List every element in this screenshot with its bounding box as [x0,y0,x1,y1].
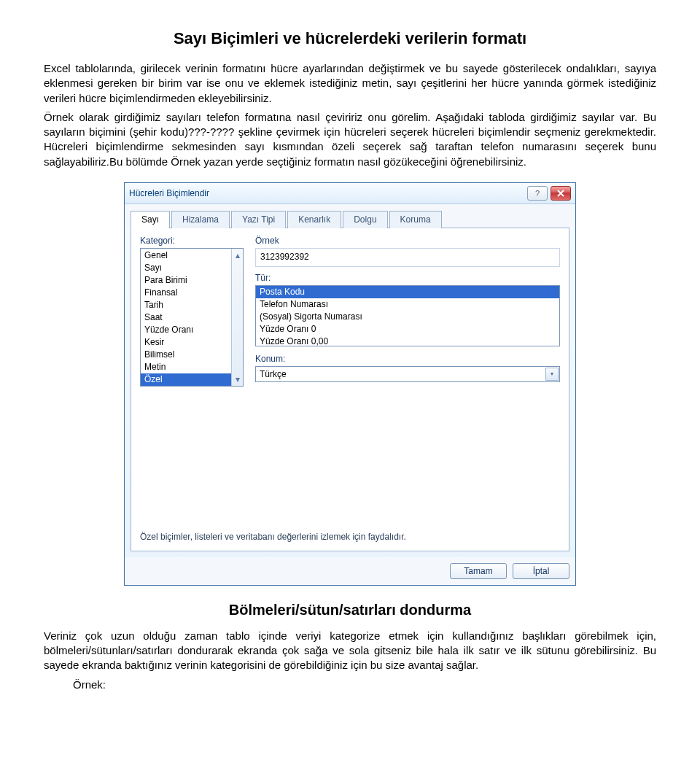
scrollbar[interactable]: ▴ ▾ [231,249,243,386]
body-paragraph: Veriniz çok uzun olduğu zaman tablo için… [44,629,656,673]
tab-border[interactable]: Kenarlık [287,211,341,228]
list-item[interactable]: Genel [141,249,243,262]
chevron-down-icon[interactable]: ▾ [545,368,559,381]
list-item[interactable]: Posta Kodu [256,286,559,298]
locale-combobox[interactable]: Türkçe ▾ [255,366,560,382]
sample-value: 3123992392 [255,248,560,267]
list-item[interactable]: Sayı [141,262,243,274]
category-listbox[interactable]: Genel Sayı Para Birimi Finansal Tarih Sa… [140,248,244,387]
section-heading: Bölmeleri/sütun/satırları dondurma [44,602,656,618]
category-group: Kategori: Genel Sayı Para Birimi Finansa… [140,236,244,387]
help-button[interactable]: ? [527,186,548,201]
chevron-down-icon: ▾ [236,374,240,384]
format-cells-dialog: Hücreleri Biçimlendir ? Sayı Hizalama Ya… [124,182,576,586]
close-button[interactable] [551,186,571,201]
category-label: Kategori: [140,236,244,246]
list-item[interactable]: (Sosyal) Sigorta Numarası [256,311,559,323]
tab-number[interactable]: Sayı [131,211,170,228]
right-column: Örnek 3123992392 Tür: Posta Kodu Telefon… [255,236,560,387]
chevron-up-icon: ▴ [236,250,240,260]
list-item[interactable]: Yüzde Oranı [141,324,243,336]
list-item[interactable]: Kesir [141,336,243,349]
body-paragraph: Örnek olarak girdiğimiz sayıları telefon… [44,110,656,169]
description-text: Özel biçimler, listeleri ve veritabanı d… [140,503,560,542]
list-item[interactable]: Saat [141,311,243,324]
list-item[interactable]: Telefon Numarası [256,298,559,311]
close-icon [557,190,564,197]
cancel-button[interactable]: İptal [513,563,569,579]
type-listbox[interactable]: Posta Kodu Telefon Numarası (Sosyal) Sig… [255,285,560,346]
list-item[interactable]: İsteğe Uyarlanmış [141,386,243,387]
list-item[interactable]: Yüzde Oranı 0,00 [256,335,559,346]
locale-value: Türkçe [255,366,560,382]
list-item[interactable]: Para Birimi [141,274,243,287]
list-item[interactable]: Tarih [141,299,243,311]
list-item[interactable]: Finansal [141,287,243,299]
type-label: Tür: [255,273,560,283]
dialog-titlebar[interactable]: Hücreleri Biçimlendir ? [125,183,575,204]
tab-panel-number: Kategori: Genel Sayı Para Birimi Finansa… [131,228,569,551]
sample-label: Örnek [255,236,560,246]
example-label: Örnek: [44,678,656,692]
help-icon: ? [535,189,540,198]
tab-protection[interactable]: Koruma [389,211,442,228]
list-item[interactable]: Bilimsel [141,349,243,361]
dialog-title: Hücreleri Biçimlendir [129,188,209,198]
list-item[interactable]: Metin [141,361,243,373]
locale-label: Konum: [255,354,560,364]
tab-fill[interactable]: Dolgu [343,211,387,228]
list-item[interactable]: Özel [141,373,243,386]
tab-alignment[interactable]: Hizalama [171,211,230,228]
page-heading: Sayı Biçimleri ve hücrelerdeki verilerin… [44,29,656,48]
dialog-button-bar: Tamam İptal [125,557,575,585]
list-item[interactable]: Yüzde Oranı 0 [256,323,559,335]
tabs-row: Sayı Hizalama Yazı Tipi Kenarlık Dolgu K… [125,204,575,228]
body-paragraph: Excel tablolarında, girilecek verinin fo… [44,61,656,106]
ok-button[interactable]: Tamam [450,563,507,579]
tab-font[interactable]: Yazı Tipi [231,211,286,228]
